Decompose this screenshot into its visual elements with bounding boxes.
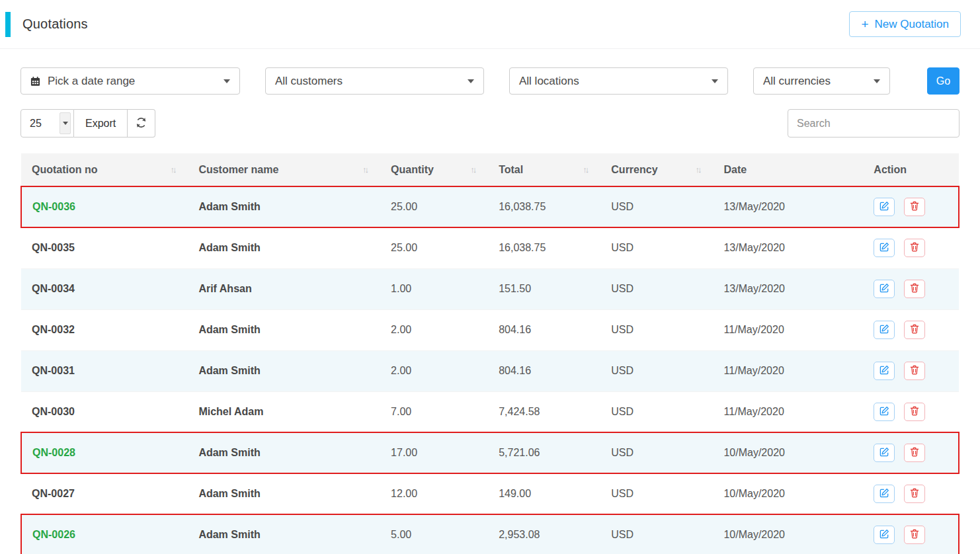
refresh-button[interactable] — [128, 109, 155, 138]
chevron-down-icon — [468, 79, 474, 83]
edit-button[interactable] — [874, 526, 895, 544]
cell-quotation-no: QN-0027 — [32, 488, 75, 499]
cell-quotation-no: QN-0031 — [32, 365, 75, 376]
new-quotation-button[interactable]: + New Quotation — [849, 11, 961, 37]
cell-date: 11/May/2020 — [713, 350, 863, 391]
column-header-date[interactable]: Date — [713, 153, 863, 186]
table-row[interactable]: QN-0026 Adam Smith 5.00 2,953.08 USD 10/… — [21, 514, 959, 554]
edit-icon — [879, 324, 889, 336]
cell-date: 10/May/2020 — [713, 432, 863, 473]
export-button[interactable]: Export — [74, 109, 128, 138]
cell-total: 804.16 — [488, 350, 600, 391]
customers-filter[interactable]: All customers — [265, 67, 484, 95]
cell-currency: USD — [600, 350, 713, 391]
chevron-down-icon — [712, 79, 718, 83]
table-row[interactable]: QN-0035 Adam Smith 25.00 16,038.75 USD 1… — [21, 227, 959, 268]
chevron-down-icon — [63, 122, 68, 125]
delete-button[interactable] — [904, 198, 925, 216]
sort-icon[interactable]: ↑↓ — [170, 165, 177, 175]
delete-button[interactable] — [904, 485, 925, 503]
cell-customer-name: Adam Smith — [198, 242, 260, 253]
page-size-select[interactable]: 25 — [20, 109, 74, 138]
delete-button[interactable] — [904, 403, 925, 421]
delete-button[interactable] — [904, 321, 925, 339]
edit-button[interactable] — [874, 444, 895, 462]
column-header-quantity[interactable]: Quantity ↑↓ — [380, 153, 488, 186]
page-header: Quotations + New Quotation — [0, 0, 980, 49]
edit-button[interactable] — [874, 362, 895, 380]
column-header-total[interactable]: Total ↑↓ — [488, 153, 600, 186]
cell-quantity: 5.00 — [380, 514, 488, 554]
quotations-table-wrap: Quotation no ↑↓ Customer name ↑↓ Quantit… — [20, 153, 960, 554]
table-row[interactable]: QN-0027 Adam Smith 12.00 149.00 USD 10/M… — [21, 473, 959, 514]
sort-icon[interactable]: ↑↓ — [695, 165, 702, 175]
edit-button[interactable] — [874, 403, 895, 421]
column-label: Total — [499, 164, 523, 176]
table-toolbar: 25 Export — [0, 109, 980, 138]
cell-total: 16,038.75 — [488, 186, 600, 227]
trash-icon — [910, 406, 919, 418]
delete-button[interactable] — [904, 444, 925, 462]
cell-quantity: 17.00 — [380, 432, 488, 473]
trash-icon — [910, 283, 919, 295]
column-header-currency[interactable]: Currency ↑↓ — [600, 153, 713, 186]
cell-quantity: 12.00 — [380, 473, 488, 514]
edit-button[interactable] — [874, 239, 895, 257]
delete-button[interactable] — [904, 362, 925, 380]
cell-total: 5,721.06 — [488, 432, 600, 473]
table-row[interactable]: QN-0031 Adam Smith 2.00 804.16 USD 11/Ma… — [21, 350, 959, 391]
sort-icon[interactable]: ↑↓ — [583, 165, 590, 175]
quotations-table-body: QN-0036 Adam Smith 25.00 16,038.75 USD 1… — [21, 186, 959, 554]
cell-date: 11/May/2020 — [713, 391, 863, 432]
cell-currency: USD — [600, 432, 713, 473]
trash-icon — [910, 201, 919, 213]
page-title: Quotations — [22, 17, 88, 32]
table-row[interactable]: QN-0028 Adam Smith 17.00 5,721.06 USD 10… — [21, 432, 959, 473]
cell-quantity: 25.00 — [380, 186, 488, 227]
cell-currency: USD — [600, 227, 713, 268]
edit-icon — [879, 242, 889, 254]
date-range-label: Pick a date range — [48, 75, 135, 88]
sort-icon[interactable]: ↑↓ — [470, 165, 477, 175]
locations-filter[interactable]: All locations — [509, 67, 728, 95]
edit-button[interactable] — [874, 280, 895, 298]
table-row[interactable]: QN-0032 Adam Smith 2.00 804.16 USD 11/Ma… — [21, 309, 959, 350]
cell-quotation-no: QN-0032 — [32, 324, 75, 335]
cell-currency: USD — [600, 309, 713, 350]
cell-currency: USD — [600, 391, 713, 432]
table-row[interactable]: QN-0030 Michel Adam 7.00 7,424.58 USD 11… — [21, 391, 959, 432]
delete-button[interactable] — [904, 280, 925, 298]
edit-button[interactable] — [874, 485, 895, 503]
cell-total: 16,038.75 — [488, 227, 600, 268]
currencies-filter-label: All currencies — [763, 75, 831, 88]
search-input[interactable] — [788, 109, 960, 138]
cell-date: 13/May/2020 — [713, 268, 863, 309]
edit-button[interactable] — [874, 198, 895, 216]
cell-date: 13/May/2020 — [713, 186, 863, 227]
cell-total: 2,953.08 — [488, 514, 600, 554]
column-header-quotation-no[interactable]: Quotation no ↑↓ — [21, 153, 188, 186]
column-label: Currency — [611, 164, 657, 176]
go-button[interactable]: Go — [927, 67, 960, 95]
cell-customer-name: Adam Smith — [198, 324, 260, 335]
cell-date: 13/May/2020 — [713, 227, 863, 268]
trash-icon — [910, 529, 919, 541]
cell-currency: USD — [600, 473, 713, 514]
table-row[interactable]: QN-0034 Arif Ahsan 1.00 151.50 USD 13/Ma… — [21, 268, 959, 309]
column-header-customer-name[interactable]: Customer name ↑↓ — [188, 153, 380, 186]
cell-customer-name: Adam Smith — [198, 447, 260, 458]
date-range-filter[interactable]: Pick a date range — [20, 67, 240, 95]
cell-quantity: 1.00 — [380, 268, 488, 309]
delete-button[interactable] — [904, 239, 925, 257]
page-size-value: 25 — [30, 118, 42, 130]
sort-icon[interactable]: ↑↓ — [362, 165, 370, 175]
cell-customer-name: Adam Smith — [198, 365, 260, 376]
delete-button[interactable] — [904, 526, 925, 544]
table-row[interactable]: QN-0036 Adam Smith 25.00 16,038.75 USD 1… — [21, 186, 959, 227]
cell-customer-name: Arif Ahsan — [198, 283, 251, 294]
currencies-filter[interactable]: All currencies — [753, 67, 890, 95]
cell-currency: USD — [600, 268, 713, 309]
cell-quotation-no: QN-0026 — [32, 529, 75, 540]
edit-button[interactable] — [874, 321, 895, 339]
edit-icon — [879, 447, 889, 459]
